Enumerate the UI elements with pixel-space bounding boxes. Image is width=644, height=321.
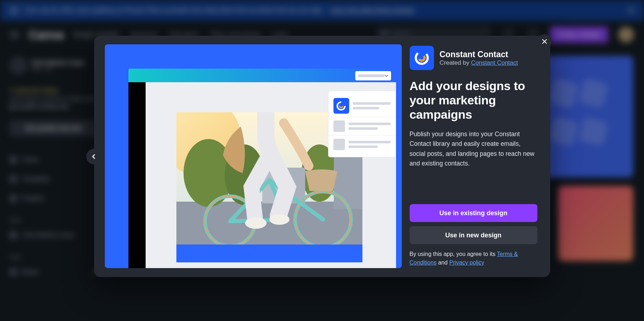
use-existing-design-button[interactable]: Use in existing design	[410, 204, 537, 222]
chevron-down-icon	[385, 74, 388, 78]
privacy-link[interactable]: Privacy policy	[449, 260, 484, 266]
svg-point-17	[340, 104, 343, 107]
preview-left-rail	[128, 82, 146, 268]
use-new-design-button[interactable]: Use in new design	[410, 226, 537, 244]
svg-point-15	[269, 214, 289, 225]
svg-rect-9	[334, 155, 362, 209]
constant-contact-icon	[333, 98, 349, 114]
modal-info-panel: Constant Contact Created by Constant Con…	[402, 36, 550, 277]
svg-point-14	[245, 217, 267, 229]
close-icon	[542, 39, 547, 44]
preview-dropdown	[355, 71, 391, 80]
app-header: Constant Contact Created by Constant Con…	[410, 46, 537, 70]
app-title: Constant Contact	[440, 50, 518, 59]
app-icon	[410, 46, 434, 70]
preview-caption-bar	[176, 245, 362, 262]
close-button[interactable]	[537, 34, 552, 49]
creator-link[interactable]: Constant Contact	[471, 59, 518, 66]
svg-point-18	[413, 50, 430, 66]
app-details-modal: Constant Contact Created by Constant Con…	[94, 36, 550, 277]
constant-contact-icon	[413, 49, 430, 66]
chevron-left-icon	[91, 154, 97, 159]
prev-slide-button[interactable]	[86, 149, 102, 164]
preview-side-panel	[328, 91, 396, 157]
app-creator: Created by Constant Contact	[440, 59, 518, 66]
modal-overlay: Constant Contact Created by Constant Con…	[0, 0, 644, 321]
app-preview-image	[105, 44, 402, 268]
legal-text: By using this app, you agree to its Term…	[410, 250, 537, 267]
app-description: Publish your designs into your Constant …	[410, 129, 537, 168]
svg-point-19	[418, 54, 426, 62]
svg-point-16	[337, 102, 345, 110]
app-headline: Add your designs to your marketing campa…	[410, 79, 537, 122]
